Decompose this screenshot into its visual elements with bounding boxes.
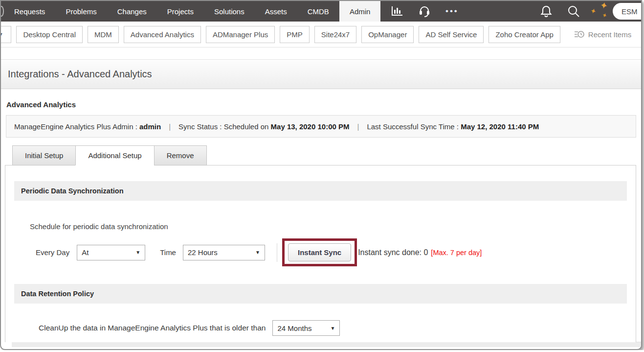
esm-toggle-pill[interactable]: ESM [613,3,641,20]
topnav-right-group: ✦ ✦ ✦ ESM [533,1,641,22]
cleanup-period-value: 24 Months [277,324,311,332]
recent-items-label: Recent Items [588,30,631,39]
cleanup-label: CleanUp the data in ManageEngine Analyti… [39,324,266,332]
bell-icon [540,5,552,18]
magnifier-icon [567,5,580,18]
notifications-bell-icon[interactable] [533,1,560,22]
nav-item-admin[interactable]: Admin [339,1,381,22]
app-button-desktop-central[interactable]: Desktop Central [16,26,83,43]
main-content: Advanced Analytics ManageEngine Analytic… [1,89,641,349]
sync-schedule-row: Every Day At ▼ Time 22 Hours ▼ Instant S… [36,238,627,266]
nav-item-requests[interactable]: Requests [4,1,55,22]
max-per-day-note: [Max. 7 per day] [431,249,482,257]
analytics-admin-label: ManageEngine Analytics Plus Admin : [14,122,137,131]
instant-sync-button[interactable]: Instant Sync [288,243,351,261]
cropped-dropdown-button[interactable]: s ▼ [0,26,11,43]
chevron-down-icon: ▼ [0,32,3,37]
sync-status-value: May 13, 2020 10:00 PM [271,122,350,131]
page-header-band: Integrations - Advanced Analytics [1,59,641,89]
chevron-down-icon: ▼ [255,250,260,255]
bar-chart-icon [391,6,403,17]
divider [277,243,277,262]
every-day-label: Every Day [36,248,69,257]
page-title: Integrations - Advanced Analytics [8,69,152,80]
app-button-ad-self-service[interactable]: AD Self Service [419,26,484,43]
app-button-pmp[interactable]: PMP [280,26,310,43]
frequency-value: At [82,248,89,257]
chevron-down-icon: ▼ [135,250,140,255]
sparkle-star-icon: ✦ [600,11,608,20]
separator: | [357,122,359,131]
history-clock-icon [575,30,584,39]
top-navigation: Requests Problems Changes Projects Solut… [1,1,641,22]
support-headset-icon[interactable] [411,1,438,22]
time-value: 22 Hours [188,248,218,257]
topnav-icon-group: ••• [383,1,466,22]
tab-additional-setup[interactable]: Additional Setup [75,145,154,165]
sparkle-decoration: ✦ ✦ ✦ [587,1,613,22]
separator: | [169,122,171,131]
time-select[interactable]: 22 Hours ▼ [183,245,265,260]
app-button-zoho-creator-app[interactable]: Zoho Creator App [489,26,560,43]
recent-items-button[interactable]: Recent Items [568,26,638,43]
app-window: Requests Problems Changes Projects Solut… [0,0,642,350]
app-button-opmanager[interactable]: OpManager [361,26,414,43]
cleanup-row: CleanUp the data in ManageEngine Analyti… [39,320,627,336]
setup-tabs: Initial Setup Additional Setup Remove [12,145,636,165]
chevron-down-icon: ▼ [331,326,335,331]
sparkle-star-icon: ✦ [599,0,609,12]
horizontal-scrollbar[interactable] [12,342,641,347]
nav-item-changes[interactable]: Changes [107,1,157,22]
spacer [1,47,641,59]
reports-chart-icon[interactable] [383,1,411,22]
nav-item-problems[interactable]: Problems [55,1,107,22]
nav-item-solutions[interactable]: Solutions [204,1,255,22]
app-button-admanager-plus[interactable]: ADManager Plus [206,26,275,43]
sync-status-label: Sync Status : Scheduled on [178,122,268,131]
search-icon[interactable] [560,1,587,22]
esm-label: ESM [622,7,638,16]
tab-remove[interactable]: Remove [154,145,207,165]
advanced-analytics-heading: Advanced Analytics [6,100,636,109]
tab-initial-setup[interactable]: Initial Setup [12,145,75,165]
more-options-icon[interactable]: ••• [438,1,466,22]
schedule-label: Schedule for periodic data synchronizati… [30,222,627,231]
ellipsis-icon: ••• [445,6,459,16]
frequency-select[interactable]: At ▼ [77,245,145,260]
additional-setup-panel: Periodic Data Synchronization Schedule f… [5,165,636,342]
headset-icon [418,5,431,18]
cropped-logo-icon [0,6,4,17]
app-button-advanced-analytics[interactable]: Advanced Analytics [124,26,201,43]
data-retention-header: Data Retention Policy [14,284,627,304]
app-button-site24x7[interactable]: Site24x7 [314,26,356,43]
nav-item-projects[interactable]: Projects [157,1,204,22]
periodic-sync-header: Periodic Data Synchronization [14,181,627,201]
time-label: Time [160,248,176,257]
nav-item-cmdb[interactable]: CMDB [297,1,339,22]
sync-status-bar: ManageEngine Analytics Plus Admin : admi… [6,115,636,138]
nav-item-assets[interactable]: Assets [255,1,297,22]
analytics-admin-value: admin [139,122,161,131]
instant-sync-highlight: Instant Sync [282,238,357,266]
last-sync-value: May 12, 2020 11:40 PM [461,122,539,131]
last-sync-label: Last Successful Sync Time : [367,122,459,131]
app-button-mdm[interactable]: MDM [88,26,119,43]
sparkle-star-icon: ✦ [589,6,598,16]
cleanup-period-select[interactable]: 24 Months ▼ [272,320,340,336]
integration-app-bar: s ▼ Desktop Central MDM Advanced Analyti… [1,22,641,47]
sync-done-count: Instant sync done: 0 [358,248,428,257]
